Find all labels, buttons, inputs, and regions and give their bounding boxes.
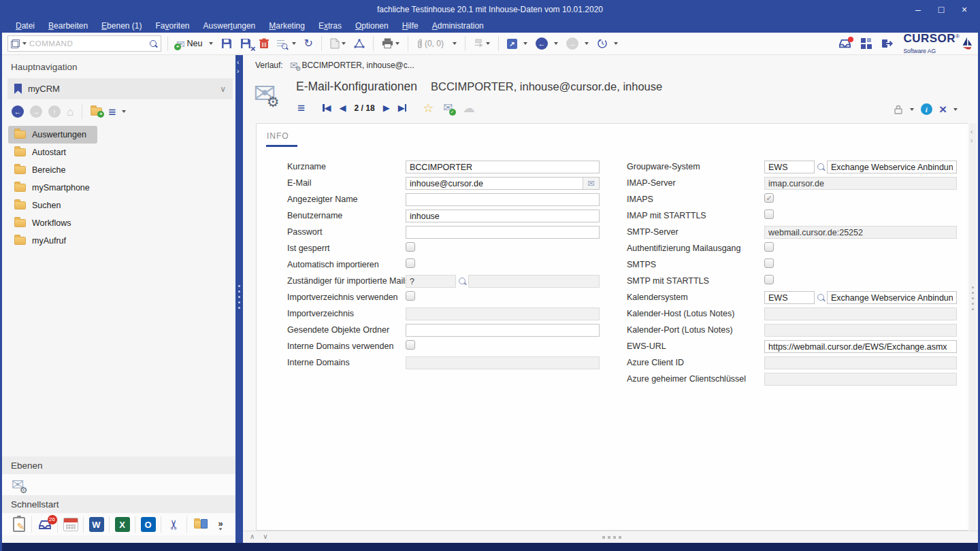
quickstart-note-button[interactable]: ✎ [6, 517, 31, 532]
more-caret[interactable] [219, 528, 223, 530]
sidebar-folder-mysmartphone[interactable]: mySmartphone [8, 179, 229, 197]
history-dropdown-caret[interactable] [614, 42, 618, 45]
quickstart-inbox-button[interactable]: 26 [32, 520, 57, 530]
inbox-button[interactable] [838, 39, 851, 48]
search-icon[interactable] [149, 39, 158, 48]
lookup-search-icon[interactable] [815, 293, 827, 302]
checkbox-interne-domains-verwenden[interactable] [406, 340, 415, 350]
field-e-mail[interactable] [406, 177, 600, 190]
command-dropdown-caret[interactable] [22, 42, 27, 45]
next-record-button[interactable]: ▶ [383, 103, 390, 112]
right-splitter-handle[interactable] [972, 286, 974, 310]
lookup-desc-kalendersystem[interactable] [827, 291, 957, 304]
menu-favoriten[interactable]: Favoriten [148, 20, 196, 32]
field-benutzername[interactable] [406, 210, 600, 222]
tab-info[interactable]: INFO [267, 131, 289, 141]
sidebar-folder-auswertungen[interactable]: Auswertungen [8, 126, 97, 144]
logout-button[interactable] [881, 39, 894, 48]
expand-right-panel-icon[interactable]: ‹ [970, 129, 973, 135]
menu-optionen[interactable]: Optionen [348, 20, 395, 32]
menu-marketing[interactable]: Marketing [262, 20, 312, 32]
search-dropdown-caret[interactable] [292, 42, 296, 45]
sidebar-folder-workflows[interactable]: Workflows [8, 214, 229, 232]
attachments-dropdown-caret[interactable] [453, 42, 457, 45]
field-angezeigter-name[interactable] [406, 193, 600, 206]
sidebar-folder-myaufruf[interactable]: myAufruf [8, 232, 229, 250]
checkbox-importverzeichnis-verwenden[interactable] [406, 291, 415, 301]
menu-datei[interactable]: Datei [9, 20, 42, 32]
close-record-button[interactable]: × [939, 103, 947, 116]
quickstart-cut-button[interactable]: ✂ [161, 518, 186, 531]
collapse-sidebar-icon[interactable]: ‹ [237, 59, 239, 66]
app-tiles-button[interactable] [861, 38, 872, 49]
lookup-search-icon[interactable] [815, 163, 827, 171]
checkbox-smtps[interactable] [764, 258, 774, 268]
info-button[interactable]: i [921, 103, 932, 115]
command-input[interactable] [29, 39, 146, 48]
external-dropdown-caret[interactable] [523, 42, 527, 45]
forward-dropdown-caret[interactable] [585, 42, 589, 45]
window-selector-icon[interactable] [11, 39, 20, 48]
expand-sidebar-icon[interactable]: › [237, 68, 239, 75]
sidebar-folder-bereiche[interactable]: Bereiche [8, 161, 229, 179]
checkbox-smtp-mit-starttls[interactable] [764, 275, 774, 284]
print-dropdown-caret[interactable] [395, 42, 399, 45]
email-config-layer-icon[interactable]: ✉⚙ [12, 478, 24, 492]
history-button[interactable] [595, 37, 620, 50]
send-email-icon[interactable]: ✉ [583, 178, 599, 189]
checkbox-imap-mit-starttls[interactable] [764, 210, 774, 219]
sidebar-splitter[interactable]: ‹ › [235, 55, 243, 543]
collapse-bottom-icon[interactable]: ∨ [263, 533, 267, 540]
delete-button[interactable] [257, 37, 271, 50]
field-passwort[interactable] [406, 226, 600, 239]
right-panel-splitter[interactable]: ‹ › [969, 123, 977, 531]
collapse-right-panel-icon[interactable]: › [970, 137, 973, 144]
last-record-button[interactable]: ▶ [398, 103, 407, 112]
transfer-button[interactable] [472, 37, 492, 49]
field-ews-url[interactable] [764, 340, 957, 353]
record-menu-button[interactable]: ≡ [297, 101, 305, 114]
transfer-dropdown-caret[interactable] [486, 42, 490, 45]
lock-icon[interactable] [894, 105, 903, 114]
minimize-button[interactable]: – [908, 1, 928, 18]
back-dropdown-caret[interactable] [554, 42, 558, 45]
quickstart-more-button[interactable]: » [212, 519, 229, 531]
copy-dropdown-caret[interactable] [342, 42, 346, 45]
lookup-code-groupware-system[interactable] [764, 161, 815, 173]
quickstart-outlook-button[interactable]: O [135, 517, 161, 532]
menu-extras[interactable]: Extras [312, 20, 348, 32]
search-records-button[interactable] [275, 39, 298, 49]
save-close-button[interactable]: × [238, 37, 253, 50]
close-dropdown-caret[interactable] [953, 108, 958, 111]
checkbox-automatisch-importieren[interactable] [406, 258, 415, 268]
checkbox-authentifizierung-mailausgang[interactable] [764, 242, 774, 252]
menu-auswertungen[interactable]: Auswertungen [197, 20, 263, 32]
chevron-down-icon[interactable]: ∨ [220, 84, 226, 94]
lock-dropdown-caret[interactable] [910, 108, 914, 111]
lookup-desc-groupware-system[interactable] [827, 161, 957, 173]
favorite-star-icon[interactable]: ☆ [423, 102, 434, 114]
nav-back-button[interactable]: ← [12, 105, 24, 118]
menu-hilfe[interactable]: Hilfe [395, 20, 425, 32]
lookup-code-kalendersystem[interactable] [764, 291, 815, 304]
schnellstart-header[interactable]: Schnellstart [2, 495, 235, 513]
attachments-button[interactable]: (0, 0) [414, 37, 459, 50]
new-button[interactable]: ✉+ Neu [174, 37, 215, 50]
save-button[interactable] [219, 37, 234, 50]
add-folder-button[interactable]: + [91, 107, 102, 116]
verlauf-tab[interactable]: ✉⚙ BCCIMPORTER, inhouse@c... [290, 61, 414, 70]
field-kurzname[interactable] [406, 161, 600, 173]
field-gesendete-objekte-ordner[interactable] [406, 324, 600, 337]
workspace-selector[interactable]: myCRM ∨ [7, 78, 233, 99]
lookup-search-icon[interactable] [456, 277, 468, 286]
quickstart-excel-button[interactable]: X [110, 517, 135, 532]
new-dropdown-caret[interactable] [209, 42, 213, 45]
copy-record-button[interactable] [328, 37, 348, 50]
ebenen-header[interactable]: Ebenen [2, 456, 235, 474]
expand-bottom-icon[interactable]: ∧ [250, 533, 255, 540]
refresh-button[interactable]: ↻ [302, 37, 315, 50]
relations-button[interactable] [352, 37, 367, 50]
open-external-button[interactable]: ↗ [505, 37, 529, 50]
menu-ebenen-1[interactable]: Ebenen (1) [95, 20, 148, 32]
close-button[interactable]: × [954, 1, 975, 18]
